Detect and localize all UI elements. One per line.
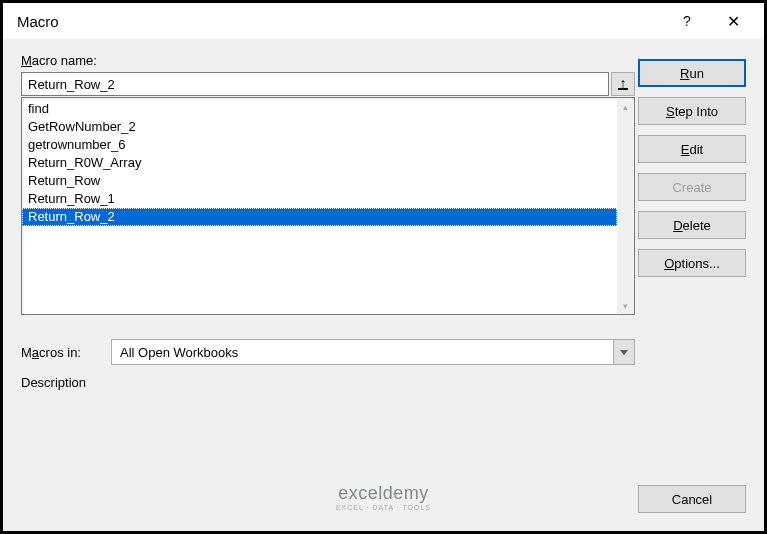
list-item[interactable]: Return_Row_1 [22, 190, 617, 208]
list-item[interactable]: Return_Row [22, 172, 617, 190]
macros-in-label: Macros in: [21, 345, 111, 360]
scroll-up-icon[interactable]: ▴ [617, 98, 634, 115]
titlebar: Macro ? ✕ [3, 3, 764, 39]
go-to-button[interactable]: ↑ [611, 72, 635, 96]
close-button[interactable]: ✕ [710, 5, 756, 37]
macro-name-row: ↑ [21, 72, 635, 96]
dialog-title: Macro [17, 13, 664, 30]
macros-in-select[interactable]: All Open Workbooks [111, 339, 635, 365]
macro-dialog: Macro ? ✕ Macro name: ↑ findGetRowNumber… [0, 0, 767, 534]
description-label: Description [21, 375, 635, 390]
chevron-down-icon [620, 350, 628, 355]
scrollbar[interactable]: ▴ ▾ [617, 98, 634, 314]
macro-list-inner: findGetRowNumber_2getrownumber_6Return_R… [22, 98, 617, 314]
list-item[interactable]: find [22, 100, 617, 118]
macros-in-value: All Open Workbooks [111, 339, 635, 365]
close-icon: ✕ [727, 12, 740, 31]
macro-name-input[interactable] [21, 72, 609, 96]
macro-name-label: Macro name: [21, 53, 635, 68]
macro-listbox[interactable]: findGetRowNumber_2getrownumber_6Return_R… [21, 97, 635, 315]
scroll-down-icon[interactable]: ▾ [617, 297, 634, 314]
macros-in-row: Macros in: All Open Workbooks [21, 339, 635, 365]
help-icon: ? [683, 13, 691, 29]
edit-button[interactable]: Edit [638, 135, 746, 163]
button-column: Run Step Into Edit Create Delete Options… [638, 59, 746, 277]
watermark-logo: exceldemy [336, 483, 431, 504]
list-item[interactable]: Return_Row_2 [22, 208, 617, 226]
delete-button[interactable]: Delete [638, 211, 746, 239]
list-item[interactable]: getrownumber_6 [22, 136, 617, 154]
list-item[interactable]: Return_R0W_Array [22, 154, 617, 172]
up-arrow-icon: ↑ [618, 78, 628, 90]
watermark: exceldemy EXCEL · DATA · TOOLS [336, 483, 431, 511]
list-item[interactable]: GetRowNumber_2 [22, 118, 617, 136]
cancel-button[interactable]: Cancel [638, 485, 746, 513]
dialog-content: Macro name: ↑ findGetRowNumber_2getrownu… [3, 39, 764, 531]
run-button[interactable]: Run [638, 59, 746, 87]
watermark-tagline: EXCEL · DATA · TOOLS [336, 504, 431, 511]
create-button: Create [638, 173, 746, 201]
dropdown-arrow[interactable] [613, 339, 635, 365]
left-column: Macro name: ↑ findGetRowNumber_2getrownu… [21, 53, 635, 390]
step-into-button[interactable]: Step Into [638, 97, 746, 125]
help-button[interactable]: ? [664, 5, 710, 37]
options-button[interactable]: Options... [638, 249, 746, 277]
